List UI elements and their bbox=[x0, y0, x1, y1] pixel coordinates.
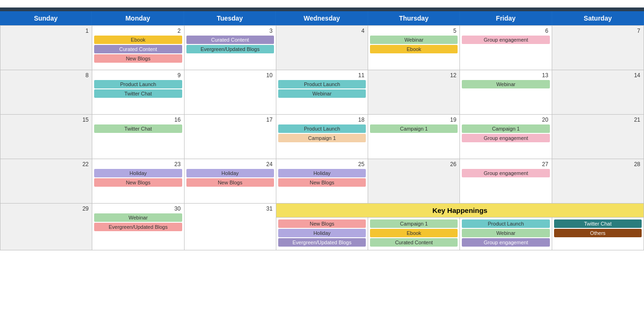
calendar-event[interactable]: New Blogs bbox=[94, 54, 182, 63]
calendar-event[interactable]: Evergreen/Updated Blogs bbox=[94, 223, 182, 231]
calendar-event[interactable]: Curated Content bbox=[94, 45, 182, 53]
header-sunday: Sunday bbox=[0, 11, 92, 25]
calendar-event[interactable]: Curated Content bbox=[370, 238, 458, 247]
page-title bbox=[0, 0, 644, 7]
cal-cell: 16Twitter Chat bbox=[92, 115, 184, 159]
day-number: 17 bbox=[186, 117, 274, 123]
calendar-event[interactable]: Campaign 1 bbox=[370, 124, 458, 133]
day-number: 10 bbox=[186, 72, 274, 79]
header-friday: Friday bbox=[460, 11, 552, 25]
calendar-event[interactable]: Webinar bbox=[278, 89, 366, 98]
day-number: 20 bbox=[462, 117, 549, 123]
calendar-event[interactable]: Group engagement bbox=[462, 169, 549, 177]
day-number: 9 bbox=[94, 72, 182, 79]
day-number: 26 bbox=[370, 161, 458, 168]
cal-cell: 23HolidayNew Blogs bbox=[92, 159, 184, 204]
calendar-event[interactable]: Ebook bbox=[94, 36, 182, 44]
calendar-event[interactable]: Others bbox=[554, 229, 642, 237]
calendar-event[interactable]: Curated Content bbox=[186, 36, 274, 44]
cal-cell: 17 bbox=[185, 115, 276, 159]
calendar-event[interactable]: New Blogs bbox=[278, 219, 366, 228]
calendar-event[interactable]: Product Launch bbox=[278, 80, 366, 88]
day-number: 29 bbox=[2, 205, 90, 212]
cal-cell: 7 bbox=[552, 26, 644, 70]
cal-cell: 20Campaign 1Group engagement bbox=[460, 115, 552, 159]
calendar-event[interactable]: Ebook bbox=[370, 229, 458, 237]
day-number: 15 bbox=[2, 117, 90, 123]
calendar-event[interactable]: Twitter Chat bbox=[554, 219, 642, 228]
calendar-event[interactable]: Product Launch bbox=[462, 219, 549, 228]
day-number: 25 bbox=[278, 161, 366, 168]
calendar-event[interactable]: Campaign 1 bbox=[462, 124, 549, 133]
cal-cell: 2EbookCurated ContentNew Blogs bbox=[92, 26, 184, 70]
calendar-event[interactable]: Campaign 1 bbox=[370, 219, 458, 228]
day-number: 6 bbox=[462, 28, 549, 34]
cal-cell: 26 bbox=[368, 159, 460, 204]
day-number: 13 bbox=[462, 72, 549, 79]
day-number: 31 bbox=[186, 205, 274, 212]
day-number: 12 bbox=[370, 72, 458, 79]
calendar-event[interactable]: Holiday bbox=[186, 169, 274, 177]
day-number: 30 bbox=[94, 205, 182, 212]
calendar-event[interactable]: Twitter Chat bbox=[94, 124, 182, 133]
calendar-event[interactable]: Webinar bbox=[94, 213, 182, 222]
header-wednesday: Wednesday bbox=[276, 11, 368, 25]
calendar-event[interactable]: Holiday bbox=[278, 169, 366, 177]
key-happenings-section: Key HappeningsNew BlogsHolidayEvergreen/… bbox=[276, 204, 644, 250]
key-happenings-cell: Product LaunchWebinarGroup engagement bbox=[460, 218, 552, 250]
cal-cell: 11Product LaunchWebinar bbox=[276, 70, 368, 115]
cal-cell-last: 29 bbox=[0, 204, 92, 250]
day-number: 11 bbox=[278, 72, 366, 79]
day-number: 7 bbox=[554, 28, 642, 34]
cal-cell: 25HolidayNew Blogs bbox=[276, 159, 368, 204]
header-thursday: Thursday bbox=[368, 11, 460, 25]
calendar-event[interactable]: Holiday bbox=[94, 169, 182, 177]
header-monday: Monday bbox=[92, 11, 184, 25]
calendar-event[interactable]: New Blogs bbox=[94, 178, 182, 187]
key-happenings-cell: New BlogsHolidayEvergreen/Updated Blogs bbox=[276, 218, 368, 250]
calendar-event[interactable]: Group engagement bbox=[462, 36, 549, 44]
cal-cell: 13Webinar bbox=[460, 70, 552, 115]
calendar-event[interactable]: Webinar bbox=[462, 229, 549, 237]
cal-cell: 28 bbox=[552, 159, 644, 204]
calendar-event[interactable]: Holiday bbox=[278, 229, 366, 237]
cal-cell: 10 bbox=[185, 70, 276, 115]
day-number: 16 bbox=[94, 117, 182, 123]
cal-cell: 15 bbox=[0, 115, 92, 159]
cal-cell: 14 bbox=[552, 70, 644, 115]
cal-cell: 18Product LaunchCampaign 1 bbox=[276, 115, 368, 159]
calendar-header: SundayMondayTuesdayWednesdayThursdayFrid… bbox=[0, 11, 644, 25]
day-number: 22 bbox=[2, 161, 90, 168]
day-number: 27 bbox=[462, 161, 549, 168]
calendar-event[interactable]: New Blogs bbox=[278, 178, 366, 187]
cal-cell: 22 bbox=[0, 159, 92, 204]
cal-cell: 19Campaign 1 bbox=[368, 115, 460, 159]
calendar-event[interactable]: Ebook bbox=[370, 45, 458, 53]
day-number: 19 bbox=[370, 117, 458, 123]
calendar-event[interactable]: Group engagement bbox=[462, 238, 549, 247]
cal-cell: 27Group engagement bbox=[460, 159, 552, 204]
calendar-event[interactable]: Campaign 1 bbox=[278, 134, 366, 142]
calendar-event[interactable]: Group engagement bbox=[462, 134, 549, 142]
day-number: 3 bbox=[186, 28, 274, 34]
day-number: 4 bbox=[278, 28, 366, 34]
calendar-event[interactable]: Webinar bbox=[462, 80, 549, 88]
calendar-event[interactable]: Twitter Chat bbox=[94, 89, 182, 98]
calendar-event[interactable]: Evergreen/Updated Blogs bbox=[278, 238, 366, 247]
cal-cell-last: 30WebinarEvergreen/Updated Blogs bbox=[92, 204, 184, 250]
calendar-event[interactable]: Product Launch bbox=[278, 124, 366, 133]
calendar-event[interactable]: New Blogs bbox=[186, 178, 274, 187]
last-week-row: 2930WebinarEvergreen/Updated Blogs31Key … bbox=[0, 204, 644, 250]
calendar: SundayMondayTuesdayWednesdayThursdayFrid… bbox=[0, 11, 644, 250]
cal-cell: 24HolidayNew Blogs bbox=[185, 159, 276, 204]
calendar-event[interactable]: Evergreen/Updated Blogs bbox=[186, 45, 274, 53]
day-number: 2 bbox=[94, 28, 182, 34]
calendar-event[interactable]: Product Launch bbox=[94, 80, 182, 88]
key-happenings-cell: Twitter ChatOthers bbox=[552, 218, 644, 250]
day-number: 5 bbox=[370, 28, 458, 34]
cal-cell: 21 bbox=[552, 115, 644, 159]
cal-cell: 12 bbox=[368, 70, 460, 115]
cal-cell-last: 31 bbox=[185, 204, 276, 250]
calendar-event[interactable]: Webinar bbox=[370, 36, 458, 44]
day-number: 8 bbox=[2, 72, 90, 79]
